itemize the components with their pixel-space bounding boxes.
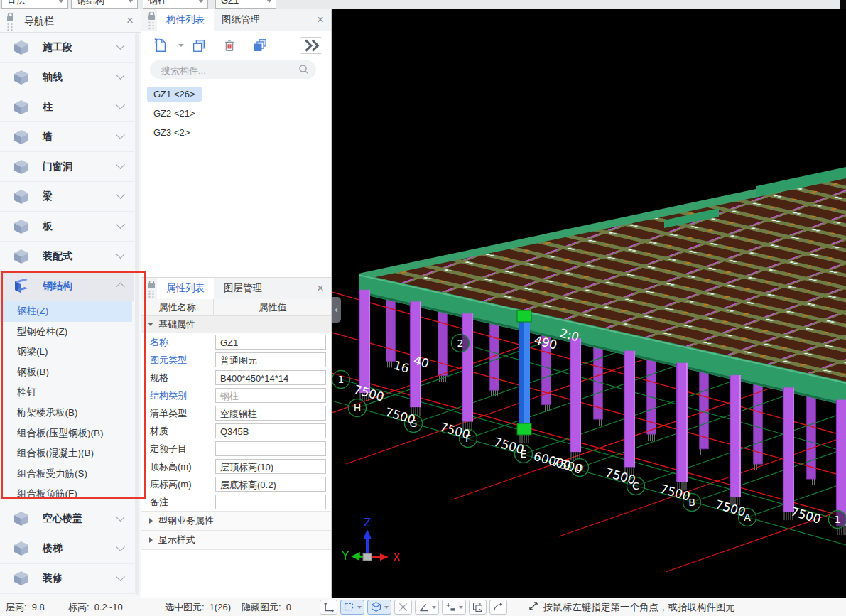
steel-column[interactable]	[676, 363, 688, 482]
point-snap-button[interactable]	[442, 600, 466, 615]
rect-select-button[interactable]	[340, 600, 364, 615]
batch-copy-button[interactable]	[251, 36, 269, 55]
property-value-input[interactable]: 空腹钢柱	[215, 406, 326, 421]
expand-toolbar-button[interactable]	[300, 37, 322, 54]
sidebar-subitem[interactable]: 桁架楼承板(B)	[0, 403, 132, 423]
sidebar-subitem[interactable]: 钢板(B)	[0, 362, 132, 383]
arc-tool-button[interactable]	[489, 600, 507, 615]
dropdown-caret-icon[interactable]	[459, 606, 463, 609]
component-item[interactable]: GZ2 <21>	[147, 106, 202, 121]
section-basic-properties[interactable]: 基础属性	[141, 316, 331, 333]
origin-axis-button[interactable]	[320, 600, 337, 615]
chevron-down-icon[interactable]	[116, 190, 125, 199]
component-name-select[interactable]: GZ1	[215, 0, 276, 9]
sidebar-close-button[interactable]: ×	[126, 9, 134, 32]
chevron-down-icon[interactable]	[116, 542, 125, 551]
sidebar-item-beam[interactable]: 梁	[0, 182, 134, 212]
chevron-down-icon[interactable]	[116, 220, 125, 229]
component-panel-close-button[interactable]: ×	[317, 9, 324, 31]
steel-column[interactable]	[783, 387, 794, 512]
property-value-input[interactable]: 层底标高(0.2)	[215, 477, 326, 492]
section-display-style[interactable]: 显示样式	[141, 531, 331, 550]
steel-column[interactable]	[624, 351, 635, 468]
sidebar-subitem[interactable]: 组合板(压型钢板)(B)	[0, 423, 132, 444]
sidebar-item-axis-grid[interactable]: 轴线	[0, 63, 134, 92]
sidebar-subitem[interactable]: 栓钉	[0, 382, 132, 403]
sidebar-item-slab[interactable]: 板	[0, 212, 134, 242]
steel-column[interactable]	[730, 375, 741, 497]
tab-component-list[interactable]: 构件列表	[157, 9, 214, 31]
component-type-select[interactable]: 钢柱	[143, 0, 208, 9]
chevron-down-icon[interactable]	[116, 512, 125, 522]
tab-layer-management[interactable]: 图层管理	[215, 278, 271, 299]
dropdown-caret-icon[interactable]	[178, 44, 184, 47]
sidebar-item-construction-segment[interactable]: 施工段	[0, 33, 134, 63]
panel-grip-lock-icon[interactable]	[5, 12, 15, 33]
property-value-input[interactable]: GZ1	[215, 335, 326, 350]
cross-select-button[interactable]	[394, 600, 412, 615]
sidebar-item-wall[interactable]: 墙	[0, 122, 134, 152]
property-row: 底标高(m)层底标高(0.2)	[141, 475, 331, 493]
view-3d-button[interactable]	[367, 600, 391, 615]
dropdown-caret-icon[interactable]	[432, 606, 436, 609]
component-item[interactable]: GZ3 <2>	[147, 125, 196, 140]
steel-column[interactable]	[462, 313, 473, 421]
3d-viewport[interactable]: 12HGFEDCBA1 7500750075007500600007500750…	[332, 9, 846, 598]
tab-property-list[interactable]: 属性列表	[157, 278, 214, 299]
panel-grip-lock-icon[interactable]	[146, 281, 156, 301]
column-bottom-handle[interactable]	[517, 423, 531, 435]
selected-column-gz1[interactable]	[517, 310, 531, 443]
chevron-down-icon[interactable]	[116, 572, 125, 581]
sidebar-item-hollow-floor[interactable]: 空心楼盖	[0, 504, 134, 534]
angle-tool-button[interactable]	[415, 600, 439, 615]
copy-component-button[interactable]	[190, 36, 208, 55]
chevron-down-icon[interactable]	[116, 100, 125, 109]
chevron-down-icon[interactable]	[116, 249, 125, 259]
door-window-icon	[11, 157, 31, 177]
sidebar-item-column[interactable]: 柱	[0, 92, 134, 122]
delete-component-button[interactable]	[220, 36, 239, 55]
chevron-down-icon[interactable]	[116, 160, 125, 169]
viewport-collapse-handle[interactable]: ‹	[332, 297, 341, 323]
dropdown-caret-icon[interactable]	[384, 606, 389, 609]
sidebar-scrollbar[interactable]	[135, 33, 139, 595]
property-value-input[interactable]	[215, 495, 326, 509]
property-value-input[interactable]: 层顶标高(10)	[215, 459, 326, 474]
sidebar-subitem[interactable]: 组合板(混凝土)(B)	[0, 443, 132, 464]
dropdown-caret-icon[interactable]	[357, 606, 362, 609]
property-value-input[interactable]: Q345B	[215, 423, 326, 438]
property-value-input[interactable]: 普通图元	[215, 352, 326, 367]
steel-column[interactable]	[570, 338, 581, 452]
chevron-down-icon[interactable]	[116, 70, 125, 80]
sidebar-item-door-window[interactable]: 门窗洞	[0, 152, 134, 182]
sidebar-subitem[interactable]: 型钢砼柱(Z)	[0, 322, 132, 342]
sidebar-subitem[interactable]: 组合板受力筋(S)	[0, 464, 132, 485]
panel-grip-lock-icon[interactable]	[146, 12, 156, 33]
chevron-down-icon[interactable]	[116, 40, 125, 50]
floor-select[interactable]: 首层	[1, 0, 68, 9]
column-top-handle[interactable]	[517, 310, 531, 322]
section-steel-business-properties[interactable]: 型钢业务属性	[141, 511, 331, 531]
sidebar-item-steel-structure[interactable]: 钢结构	[0, 271, 134, 301]
new-component-button[interactable]	[151, 36, 170, 55]
property-panel-close-button[interactable]: ×	[317, 278, 324, 299]
sidebar-item-decoration[interactable]: 装修	[0, 564, 134, 594]
image-batch-button[interactable]	[469, 600, 487, 615]
search-input[interactable]	[160, 60, 291, 80]
steel-column[interactable]	[836, 400, 846, 527]
sidebar-subitem[interactable]: 钢梁(L)	[0, 342, 132, 362]
sidebar-item-stairs[interactable]: 楼梯	[0, 534, 134, 564]
sidebar-item-prefab[interactable]: 装配式	[0, 242, 134, 271]
sidebar-subitem[interactable]: 钢柱(Z)	[0, 301, 132, 322]
property-value-input[interactable]: 钢柱	[215, 388, 326, 403]
property-value-input[interactable]	[215, 441, 326, 456]
chevron-down-icon[interactable]	[116, 130, 125, 139]
tab-drawing-management[interactable]: 图纸管理	[212, 9, 269, 31]
dimension-label: 16	[392, 358, 411, 376]
property-value-input[interactable]: B400*450*14*14	[215, 370, 326, 385]
structure-category-select[interactable]: 钢结构	[71, 0, 138, 9]
steel-column[interactable]	[359, 290, 370, 393]
component-item[interactable]: GZ1 <26>	[147, 87, 202, 102]
sidebar-subitem[interactable]: 组合板负筋(F)	[0, 484, 132, 504]
chevron-up-icon[interactable]	[116, 283, 125, 292]
